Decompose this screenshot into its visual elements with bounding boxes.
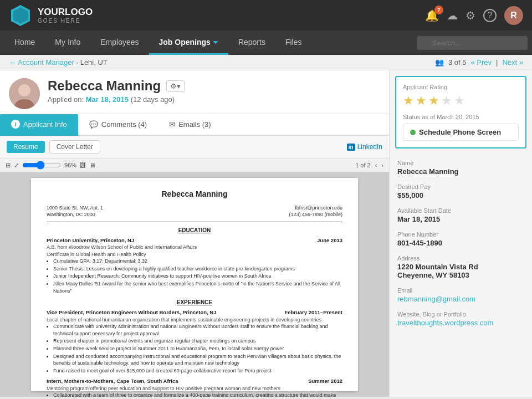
resume-job-date-2: Summer 2012 xyxy=(308,377,342,385)
breadcrumb-bar: ← Account Manager · Lehi, UT 👥 3 of 5 « … xyxy=(0,55,532,70)
applicant-header: Rebecca Manning ⚙▾ Applied on: Mar 18, 2… xyxy=(0,70,389,114)
tab-emails-label: Emails (3) xyxy=(178,120,211,129)
settings-btn[interactable]: ⚙ xyxy=(466,9,475,22)
resume-cert: Certificate in Global Health and Health … xyxy=(47,251,342,258)
resume-btn[interactable]: Resume xyxy=(7,141,45,153)
tab-applicant-info[interactable]: i Applicant Info xyxy=(0,114,78,136)
star-4[interactable]: ★ xyxy=(441,94,452,108)
top-icons: 🔔 7 ☁ ⚙ ? R xyxy=(425,6,523,25)
sub-nav: Resume Cover Letter in LinkedIn xyxy=(0,136,389,158)
rating-label: Applicant Rating xyxy=(403,84,519,90)
breadcrumb-location: · Lehi, UT xyxy=(76,58,107,66)
resume-address: 1000 State St. NW, Apt. 1 xyxy=(47,204,103,212)
notification-badge: 7 xyxy=(434,6,443,14)
star-2[interactable]: ★ xyxy=(416,94,427,108)
cloud-icon: ☁ xyxy=(447,9,458,22)
star-5[interactable]: ★ xyxy=(454,94,465,108)
field-desired-pay-label: Desired Pay xyxy=(397,183,524,190)
nav-home[interactable]: Home xyxy=(4,30,45,55)
help-btn[interactable]: ? xyxy=(483,9,497,22)
doc-toolbar-left: ⊞ ⤢ 96% 🖼 🖥 xyxy=(6,161,95,170)
field-website-label: Website, Blog or Portfolio xyxy=(397,311,524,318)
zoom-slider[interactable] xyxy=(22,161,61,170)
tab-emails[interactable]: ✉ Emails (3) xyxy=(158,114,222,136)
grid-icon: ⊞ xyxy=(6,162,11,169)
field-name-value: Rebecca Manning xyxy=(397,167,524,176)
applicant-info: Rebecca Manning ⚙▾ Applied on: Mar 18, 2… xyxy=(48,78,380,104)
logo-text: YOURLOGO GOES HERE xyxy=(38,7,93,24)
status-badge[interactable]: Schedule Phone Screen xyxy=(403,124,519,141)
main-content: Rebecca Manning ⚙▾ Applied on: Mar 18, 2… xyxy=(0,70,532,397)
zoom-percent: 96% xyxy=(64,162,76,168)
question-icon: ? xyxy=(483,9,497,22)
cloud-icon-btn[interactable]: ☁ xyxy=(447,9,458,22)
status-as-of: Status as of March 20, 2015 xyxy=(403,114,519,120)
applied-date-value: Mar 18, 2015 xyxy=(86,95,129,104)
applicant-fields: Name Rebecca Manning Desired Pay $55,000… xyxy=(390,154,532,340)
top-bar: YOURLOGO GOES HERE 🔔 7 ☁ ⚙ ? R xyxy=(0,0,532,30)
field-start-date: Available Start Date Mar 18, 2015 xyxy=(397,207,524,223)
doc-toolbar-right: 1 of 2 ‹ › xyxy=(355,162,383,168)
image-icon: 🖼 xyxy=(80,162,86,168)
resume-job-desc-2: Mentoring program offering peer educatio… xyxy=(47,385,342,392)
resume-exp-entry-1: Vice President, Princeton Engineers With… xyxy=(47,309,342,374)
field-start-date-value: Mar 18, 2015 xyxy=(397,215,524,223)
breadcrumb-back-link[interactable]: ← Account Manager xyxy=(9,58,74,66)
left-panel: Rebecca Manning ⚙▾ Applied on: Mar 18, 2… xyxy=(0,70,389,397)
field-name-label: Name xyxy=(397,160,524,166)
resume-job-desc-1: Local chapter of national humanitarian o… xyxy=(47,316,342,324)
search-wrapper: 🔍 xyxy=(417,36,528,50)
field-start-date-label: Available Start Date xyxy=(397,207,524,214)
sub-nav-left: Resume Cover Letter xyxy=(7,140,100,154)
applicant-avatar xyxy=(9,78,40,109)
resume-email: fbfrist@princeton.edu xyxy=(289,204,342,212)
field-email-value[interactable]: rebmanning@gmail.com xyxy=(397,295,475,303)
tab-applicant-info-label: Applicant Info xyxy=(23,120,67,129)
field-website-value[interactable]: travelthoughts.wordpress.com xyxy=(397,319,493,327)
resume-degree: A.B. from Woodrow Wilson School of Publi… xyxy=(47,244,342,251)
gear-dropdown-icon: ⚙▾ xyxy=(170,82,181,90)
star-rating[interactable]: ★ ★ ★ ★ ★ xyxy=(403,94,519,108)
resume-edu-date: June 2013 xyxy=(317,237,342,244)
applicant-name: Rebecca Manning xyxy=(48,78,161,94)
resume-edu-entry: Princeton University, Princeton, NJ June… xyxy=(47,237,342,294)
resume-job-title-1: Vice President, Princeton Engineers With… xyxy=(47,309,216,316)
star-3[interactable]: ★ xyxy=(428,94,439,108)
nav-search-area: 🔍 xyxy=(417,30,528,55)
resume-city: Washington, DC 2000 xyxy=(47,211,103,218)
linkedin-link[interactable]: in LinkedIn xyxy=(347,143,382,151)
cover-letter-btn[interactable]: Cover Letter xyxy=(49,140,100,154)
breadcrumb-prev[interactable]: « Prev xyxy=(470,58,492,66)
gear-icon: ⚙ xyxy=(466,9,475,22)
nav-my-info[interactable]: My Info xyxy=(45,30,90,55)
email-icon: ✉ xyxy=(169,120,175,129)
resume-name: Rebecca Manning xyxy=(47,189,342,200)
info-icon: i xyxy=(11,120,20,129)
resume-education-title: EDUCATION xyxy=(47,227,342,234)
nav-employees[interactable]: Employees xyxy=(90,30,149,55)
expand-icon: ⤢ xyxy=(14,162,19,169)
resume-exp-entry-2: Intern, Mothers-to-Mothers, Cape Town, S… xyxy=(47,377,342,397)
logo-area: YOURLOGO GOES HERE xyxy=(9,4,93,27)
resume-edu-bullets: Cumulative GPA: 3.17; Departmental: 3.32… xyxy=(53,258,342,294)
nav-job-openings[interactable]: Job Openings xyxy=(149,30,228,55)
nav-files[interactable]: Files xyxy=(275,30,312,55)
user-avatar[interactable]: R xyxy=(504,6,523,25)
field-email: Email rebmanning@gmail.com xyxy=(397,287,524,303)
star-1[interactable]: ★ xyxy=(403,94,414,108)
rating-box: Applicant Rating ★ ★ ★ ★ ★ Status as of … xyxy=(395,76,526,149)
field-address-value: 1220 Mountain Vista RdCheyenne, WY 58103 xyxy=(397,263,524,279)
search-input[interactable] xyxy=(417,36,528,50)
next-page-btn[interactable]: › xyxy=(381,162,383,168)
resume-job-date-1: February 2011–Present xyxy=(284,309,342,316)
field-phone-label: Phone Number xyxy=(397,231,524,238)
applied-date: Applied on: Mar 18, 2015 (12 days ago) xyxy=(48,95,380,104)
applicant-name-row: Rebecca Manning ⚙▾ xyxy=(48,78,380,94)
tab-comments[interactable]: 💬 Comments (4) xyxy=(78,114,158,136)
field-desired-pay-value: $55,000 xyxy=(397,191,524,200)
prev-page-btn[interactable]: ‹ xyxy=(375,162,377,168)
applicant-gear-button[interactable]: ⚙▾ xyxy=(166,80,185,92)
breadcrumb-next[interactable]: Next » xyxy=(502,58,523,66)
nav-reports[interactable]: Reports xyxy=(228,30,275,55)
notification-bell[interactable]: 🔔 7 xyxy=(425,9,439,22)
